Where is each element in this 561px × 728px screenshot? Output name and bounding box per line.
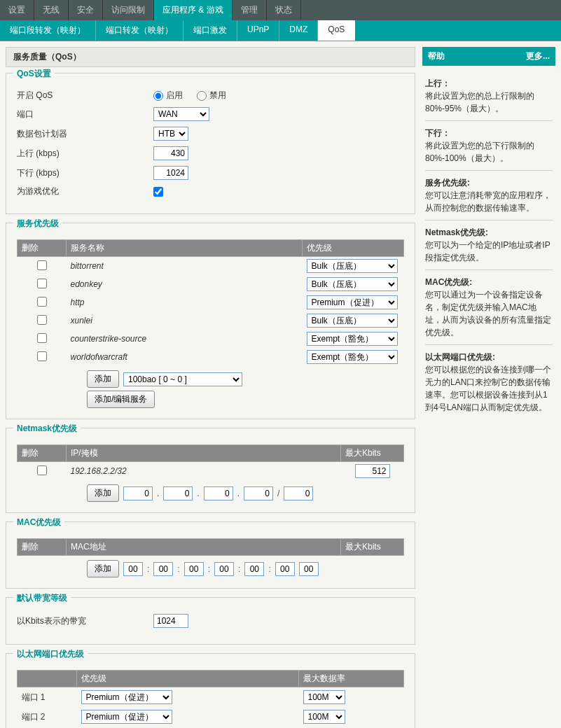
sub-tabs: 端口段转发（映射）端口转发（映射）端口激发UPnPDMZQoS — [0, 20, 561, 41]
nm-ip-a[interactable] — [123, 486, 153, 500]
service-priority-fieldset: 服务优先级 删除 服务名称 优先级 bittorrentBulk（压底）edon… — [6, 223, 415, 419]
sub-tab-4[interactable]: DMZ — [279, 20, 318, 41]
gaming-checkbox[interactable] — [153, 187, 163, 197]
table-row: 端口 2Premium（促进）100M — [18, 707, 404, 727]
mac-col-delete: 删除 — [18, 539, 67, 556]
svc-delete-checkbox[interactable] — [37, 297, 47, 307]
mac-add-button[interactable]: 添加 — [87, 560, 119, 578]
top-tab-2[interactable]: 安全 — [69, 0, 103, 20]
svc-delete-checkbox[interactable] — [37, 333, 47, 343]
uplink-label: 上行 (kbps) — [17, 148, 153, 160]
svc-prio-select[interactable]: Exempt（豁免） — [307, 350, 398, 364]
svc-delete-checkbox[interactable] — [37, 315, 47, 325]
mac-maxk[interactable] — [299, 562, 319, 576]
eth-rate-select[interactable]: 100M — [303, 710, 345, 724]
svc-prio-select[interactable]: Bulk（压底） — [307, 259, 398, 273]
nm-col-delete: 删除 — [18, 445, 67, 462]
help-body: 上行：将此设置为您的总上行限制的80%-95%（最大）。下行：将此设置为您的总下… — [422, 66, 555, 424]
eth-prio-select[interactable]: Premium（促进） — [81, 690, 172, 704]
enable-qos-radio-off[interactable] — [197, 91, 207, 101]
help-section-title: 以太网端口优先级: — [425, 351, 553, 363]
help-more-link[interactable]: 更多... — [526, 50, 550, 62]
nm-ip-d[interactable] — [244, 486, 273, 500]
table-row: 端口 1Premium（促进）100M — [18, 687, 404, 708]
top-tab-3[interactable]: 访问限制 — [103, 0, 154, 20]
page-title: 服务质量（QoS） — [6, 47, 415, 67]
sub-tab-1[interactable]: 端口转发（映射） — [96, 20, 183, 41]
help-title: 帮助 — [428, 50, 445, 62]
svc-col-name: 服务名称 — [67, 240, 303, 257]
service-add-select[interactable]: 100bao [ 0 ~ 0 ] — [123, 372, 242, 386]
nm-ip-b[interactable] — [163, 486, 193, 500]
scheduler-select[interactable]: HTB — [153, 127, 188, 141]
table-row: httpPremium（促进） — [18, 293, 404, 312]
mac-priority-legend: MAC优先级 — [13, 517, 64, 528]
eth-port-label: 端口 1 — [18, 687, 77, 708]
qos-settings-fieldset: QoS设置 开启 QoS 启用 禁用 端口 WAN 数据包计划器 HTB — [6, 73, 415, 214]
help-section-title: Netmask优先级: — [425, 226, 553, 239]
service-priority-table: 删除 服务名称 优先级 bittorrentBulk（压底）edonkeyBul… — [17, 239, 404, 366]
mac-1[interactable] — [123, 562, 143, 576]
ethernet-table: 优先级 最大数据率 端口 1Premium（促进）100M端口 2Premium… — [17, 670, 404, 728]
mac-6[interactable] — [275, 562, 295, 576]
netmask-priority-legend: Netmask优先级 — [13, 423, 81, 435]
svc-delete-checkbox[interactable] — [37, 279, 47, 288]
mac-priority-fieldset: MAC优先级 删除 MAC地址 最大Kbits 添加 : : : : : — [6, 522, 415, 589]
top-tab-5[interactable]: 管理 — [233, 0, 267, 20]
default-bw-input[interactable] — [153, 614, 188, 628]
qos-settings-legend: QoS设置 — [13, 68, 55, 80]
enable-opt-label: 启用 — [166, 90, 183, 102]
svc-prio-select[interactable]: Bulk（压底） — [307, 277, 398, 291]
top-tab-6[interactable]: 状态 — [267, 0, 301, 20]
netmask-add-button[interactable]: 添加 — [87, 484, 119, 502]
sub-tab-2[interactable]: 端口激发 — [183, 20, 237, 41]
mac-5[interactable] — [244, 562, 264, 576]
mac-2[interactable] — [153, 562, 173, 576]
service-priority-legend: 服务优先级 — [13, 218, 62, 230]
svc-prio-select[interactable]: Bulk（压底） — [307, 314, 398, 328]
svc-prio-select[interactable]: Exempt（豁免） — [307, 332, 398, 346]
enable-qos-label: 开启 QoS — [17, 90, 153, 102]
uplink-input[interactable] — [153, 146, 188, 160]
top-tab-1[interactable]: 无线 — [34, 0, 69, 20]
svc-name: worldofwarcraft — [67, 348, 303, 366]
svc-name: edonkey — [67, 275, 303, 293]
enable-qos-radio-on[interactable] — [153, 91, 163, 101]
eth-prio-select[interactable]: Premium（促进） — [81, 710, 172, 724]
sub-tab-0[interactable]: 端口段转发（映射） — [0, 20, 96, 41]
default-bandwidth-legend: 默认带宽等级 — [13, 592, 71, 604]
nm-col-ip: IP/掩模 — [67, 445, 341, 462]
nm-ip-c[interactable] — [204, 486, 233, 500]
downlink-input[interactable] — [153, 166, 188, 180]
nm-col-max: 最大Kbits — [341, 445, 404, 462]
help-section-title: 下行： — [425, 127, 553, 139]
service-edit-button[interactable]: 添加/编辑服务 — [87, 391, 155, 408]
service-add-button[interactable]: 添加 — [87, 370, 119, 388]
mac-3[interactable] — [184, 562, 204, 576]
sub-tab-5[interactable]: QoS — [318, 20, 355, 41]
disable-opt-label: 禁用 — [209, 90, 226, 102]
default-bw-label: 以Kbits表示的带宽 — [17, 615, 153, 627]
table-row: edonkeyBulk（压底） — [18, 275, 404, 293]
ethernet-priority-legend: 以太网端口优先级 — [13, 648, 88, 660]
mac-4[interactable] — [214, 562, 234, 576]
top-tab-0[interactable]: 设置 — [0, 0, 34, 20]
svc-delete-checkbox[interactable] — [37, 351, 47, 361]
help-section-text: 您可以通过为一个设备指定设备名，制定优先级并输入MAC地址，从而为该设备的所有流… — [425, 288, 553, 339]
help-section-text: 将此设置为您的总下行限制的80%-100%（最大）。 — [425, 139, 553, 164]
top-tab-4[interactable]: 应用程序 & 游戏 — [154, 0, 233, 20]
svc-name: counterstrike-source — [67, 330, 303, 348]
port-select[interactable]: WAN — [153, 107, 209, 121]
sub-tab-3[interactable]: UPnP — [237, 20, 279, 41]
svc-col-prio: 优先级 — [303, 240, 404, 257]
netmask-ip-value: 192.168.2.2/32 — [67, 462, 341, 481]
mac-col-max: 最大Kbits — [341, 539, 404, 556]
netmask-delete-checkbox[interactable] — [37, 465, 47, 475]
svc-prio-select[interactable]: Premium（促进） — [307, 295, 398, 309]
eth-rate-select[interactable]: 100M — [303, 690, 345, 704]
ethernet-priority-fieldset: 以太网端口优先级 优先级 最大数据率 端口 1Premium（促进）100M端口… — [6, 653, 415, 728]
mac-col-addr: MAC地址 — [67, 539, 341, 556]
netmask-max-input[interactable] — [355, 464, 390, 478]
nm-ip-mask[interactable] — [284, 486, 313, 500]
svc-delete-checkbox[interactable] — [37, 260, 47, 270]
